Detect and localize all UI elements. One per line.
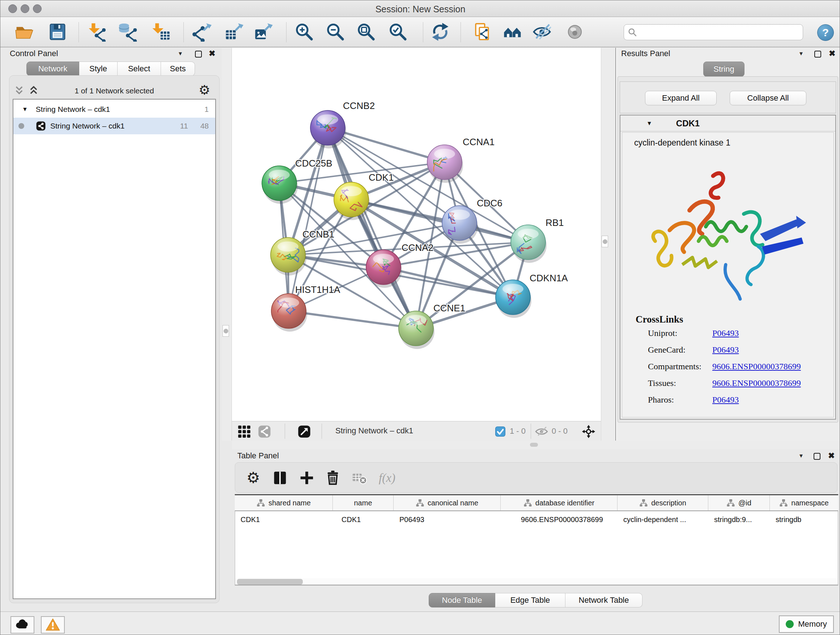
tab-string[interactable]: String (703, 62, 745, 77)
column-header-canonical-name[interactable]: canonical name (393, 495, 501, 510)
graph-node-CDKN1A[interactable]: CDKN1A (496, 272, 568, 315)
results-panel-collapse-icon[interactable]: ▼ (798, 50, 804, 57)
crosslink-tissues-link[interactable]: 9606.ENSP00000378699 (712, 378, 801, 388)
string-network-graph[interactable]: CCNB2CCNA1CDC25BCDK1CDC6RB1CCNB1CCNA2CDK… (232, 48, 601, 421)
column-header-name[interactable]: name (333, 495, 393, 510)
cell-description[interactable]: cyclin-dependent ... (617, 512, 708, 527)
right-splitter-handle[interactable] (602, 236, 608, 247)
cell-canonical-name[interactable]: P06493 (393, 512, 501, 527)
import-table-icon[interactable] (150, 21, 172, 43)
warnings-button[interactable] (41, 616, 65, 633)
namespace-tree-icon (639, 499, 648, 507)
column-header-namespace[interactable]: namespace (770, 495, 838, 510)
import-network-icon[interactable] (86, 21, 109, 43)
bottom-splitter[interactable] (232, 440, 840, 449)
edge-CCNB2-HIST1H1A[interactable] (289, 128, 328, 311)
control-panel-close-icon[interactable]: ✖ (209, 50, 215, 57)
search-box[interactable] (624, 24, 803, 40)
node-count: 11 (180, 122, 188, 130)
save-session-icon[interactable] (46, 21, 69, 43)
cloud-button[interactable] (11, 616, 34, 633)
add-row-icon[interactable] (297, 468, 317, 488)
control-panel-collapse-icon[interactable]: ▼ (178, 50, 183, 57)
crosslink-pharos-link[interactable]: P06493 (712, 395, 739, 405)
network-row-selected[interactable]: String Network – cdk1 11 48 (13, 118, 215, 134)
zoom-fit-icon[interactable] (355, 21, 377, 43)
collapse-all-button[interactable]: Collapse All (729, 91, 806, 105)
tab-style[interactable]: Style (79, 62, 118, 76)
birdseye-view-icon[interactable] (297, 424, 311, 439)
expand-triangle-icon[interactable]: ▼ (22, 106, 28, 112)
results-panel-float-icon[interactable] (814, 51, 821, 57)
grid-view-icon[interactable] (237, 424, 251, 439)
entry-collapse-triangle-icon[interactable]: ▼ (646, 120, 652, 127)
tab-network[interactable]: Network (27, 62, 79, 76)
share-view-icon[interactable] (257, 424, 272, 439)
show-hidden-eye-icon[interactable] (564, 21, 586, 43)
search-input[interactable] (640, 27, 799, 37)
delete-column-icon[interactable] (323, 468, 343, 488)
results-panel-close-icon[interactable]: ✖ (829, 50, 835, 57)
apply-layout-icon[interactable] (429, 21, 452, 43)
export-network-icon[interactable] (191, 21, 213, 43)
expand-all-networks-icon[interactable] (28, 85, 39, 95)
tab-network-table[interactable]: Network Table (565, 593, 643, 608)
cell-database-identifier[interactable]: 9606.ENSP00000378699 (501, 512, 617, 527)
table-horizontal-scrollbar[interactable] (235, 578, 837, 585)
add-column-icon[interactable] (270, 468, 290, 488)
table-settings-gear-icon[interactable]: ⚙ (243, 468, 264, 488)
tab-sets[interactable]: Sets (161, 62, 195, 76)
column-header-database-identifier[interactable]: database identifier (501, 495, 617, 510)
crosshair-navigate-icon[interactable] (581, 424, 596, 439)
scrollbar-thumb[interactable] (237, 579, 303, 585)
control-panel-float-icon[interactable] (195, 51, 202, 57)
graph-node-HIST1H1A[interactable]: HIST1H1A (271, 284, 340, 328)
column-header-id[interactable]: @id (708, 495, 770, 510)
zoom-out-icon[interactable] (324, 21, 347, 43)
network-canvas[interactable]: CCNB2CCNA1CDC25BCDK1CDC6RB1CCNB1CCNA2CDK… (232, 48, 601, 421)
toolbar-separator (79, 22, 79, 42)
left-splitter-handle[interactable] (223, 325, 229, 337)
crosslink-uniprot-link[interactable]: P06493 (712, 328, 739, 338)
cell-namespace[interactable]: stringdb (770, 512, 838, 527)
network-options-gear-icon[interactable]: ⚙ (199, 84, 210, 97)
import-database-icon[interactable] (117, 21, 139, 43)
hidden-eye-slash-icon[interactable] (534, 424, 549, 439)
node-label-CCNA1: CCNA1 (463, 136, 494, 147)
cell-shared-name[interactable]: CDK1 (235, 512, 333, 527)
left-splitter[interactable] (222, 48, 232, 440)
table-panel-close-icon[interactable]: ✖ (828, 452, 835, 459)
graphics-details-icon[interactable] (501, 21, 524, 43)
open-session-icon[interactable] (13, 21, 35, 43)
crosslink-genecard-link[interactable]: P06493 (712, 345, 739, 355)
zoom-selected-icon[interactable] (387, 21, 409, 43)
export-table-icon[interactable] (223, 21, 245, 43)
tab-edge-table[interactable]: Edge Table (495, 593, 565, 608)
edge-HIST1H1A-CCNE1[interactable] (289, 311, 416, 328)
export-image-icon[interactable] (252, 21, 275, 43)
table-panel-collapse-icon[interactable]: ▼ (798, 453, 804, 459)
right-splitter[interactable] (601, 48, 615, 440)
hide-selected-eye-slash-icon[interactable] (531, 21, 553, 43)
memory-button[interactable]: Memory (779, 616, 834, 633)
bottom-splitter-handle[interactable] (530, 443, 538, 447)
clone-network-icon[interactable] (471, 21, 493, 43)
cell-name[interactable]: CDK1 (333, 512, 393, 527)
selected-checkbox-icon[interactable] (494, 424, 506, 439)
tab-select[interactable]: Select (118, 62, 161, 76)
graph-node-RB1[interactable]: RB1 (511, 217, 564, 260)
column-header-shared-name[interactable]: shared name (235, 495, 333, 510)
table-row[interactable]: CDK1 CDK1 P06493 9606.ENSP00000378699 cy… (235, 512, 838, 527)
table-panel-float-icon[interactable] (813, 453, 821, 460)
tab-node-table[interactable]: Node Table (429, 593, 495, 608)
crosslink-compartments-link[interactable]: 9606.ENSP00000378699 (712, 362, 801, 371)
zoom-in-icon[interactable] (293, 21, 316, 43)
cell-at-id[interactable]: stringdb:9... (708, 512, 770, 527)
help-button[interactable]: ? (817, 24, 834, 41)
expand-all-button[interactable]: Expand All (645, 91, 717, 105)
cdk1-entry-header[interactable]: ▼ CDK1 (621, 116, 835, 131)
edge-CCNB2-CCNE1[interactable] (328, 128, 416, 328)
collapse-all-networks-icon[interactable] (14, 85, 24, 95)
network-collection-row[interactable]: ▼ String Network – cdk1 1 (13, 101, 215, 118)
column-header-description[interactable]: description (617, 495, 708, 510)
